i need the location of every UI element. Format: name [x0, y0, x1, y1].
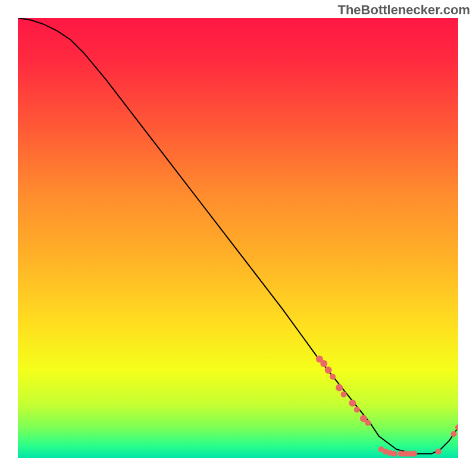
- data-marker: [354, 407, 360, 413]
- data-marker: [392, 451, 397, 457]
- data-marker: [365, 420, 371, 426]
- plot-area: [18, 18, 458, 458]
- watermark-text: TheBottlenecker.com: [337, 2, 470, 18]
- data-marker: [411, 451, 417, 457]
- data-marker: [451, 431, 457, 437]
- data-marker: [436, 449, 441, 455]
- data-marker: [325, 367, 332, 374]
- chart-container: TheBottlenecker.com: [0, 0, 476, 476]
- data-marker: [320, 360, 327, 367]
- gradient-background: [18, 18, 458, 458]
- data-marker: [330, 374, 336, 380]
- chart-svg: [18, 18, 458, 458]
- data-marker: [336, 384, 343, 392]
- data-marker: [349, 400, 356, 407]
- data-marker: [341, 392, 347, 397]
